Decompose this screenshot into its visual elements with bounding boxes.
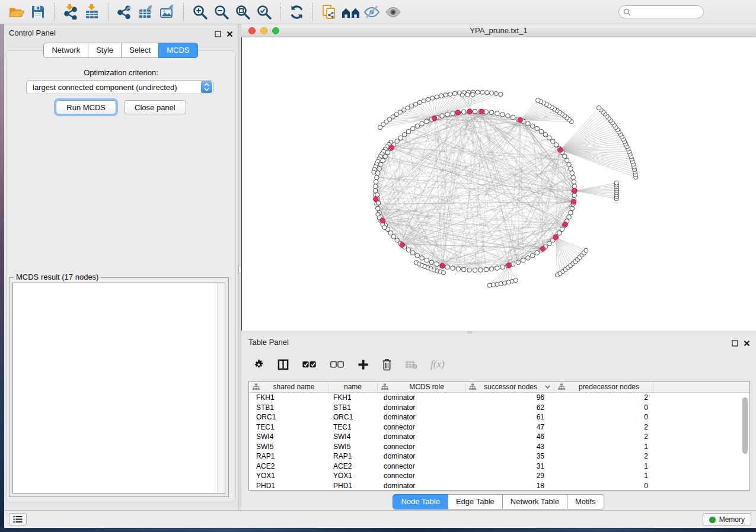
table-row[interactable]: ORC1 ORC1 dominator 61 0 — [249, 412, 749, 422]
network-node[interactable] — [425, 119, 429, 124]
deselect-all-checkboxes-icon[interactable] — [330, 361, 344, 368]
network-node[interactable] — [495, 111, 500, 116]
zoom-in-icon[interactable] — [189, 2, 210, 22]
dominator-node[interactable] — [540, 246, 546, 252]
satellite-node[interactable] — [460, 93, 464, 97]
network-node[interactable] — [415, 253, 420, 258]
dominator-node[interactable] — [518, 117, 523, 123]
network-node[interactable] — [489, 110, 494, 115]
network-node[interactable] — [563, 154, 567, 159]
network-node[interactable] — [440, 114, 445, 118]
zoom-fit-icon[interactable] — [232, 2, 253, 22]
open-file-icon[interactable] — [6, 2, 27, 22]
close-panel-icon[interactable] — [227, 29, 233, 40]
network-node[interactable] — [473, 268, 477, 273]
satellite-node[interactable] — [406, 106, 410, 110]
dominator-node[interactable] — [380, 218, 385, 223]
satellite-node[interactable] — [499, 92, 503, 97]
log-console-button[interactable] — [9, 513, 27, 525]
satellite-node[interactable] — [494, 91, 498, 95]
search-input[interactable] — [631, 8, 696, 16]
optimization-criterion-select[interactable]: largest connected component (undirected) — [26, 80, 213, 94]
float-panel-icon[interactable] — [732, 338, 738, 349]
table-row[interactable]: ACE2 ACE2 connector 31 1 — [249, 462, 749, 472]
network-node[interactable] — [526, 121, 531, 126]
network-node[interactable] — [395, 139, 400, 144]
add-column-icon[interactable] — [358, 359, 369, 370]
network-node[interactable] — [535, 251, 540, 255]
import-network-icon[interactable] — [60, 2, 81, 22]
dominator-node[interactable] — [558, 148, 563, 153]
column-header-successor-nodes[interactable]: successor nodes — [465, 382, 554, 392]
table-row[interactable]: TEC1 TEC1 connector 47 2 — [249, 422, 749, 432]
network-node[interactable] — [551, 139, 556, 144]
table-row[interactable]: FKH1 FKH1 dominator 96 2 — [249, 393, 749, 403]
network-node[interactable] — [451, 111, 455, 116]
export-network-icon[interactable] — [114, 2, 135, 22]
dominator-node[interactable] — [563, 222, 568, 227]
network-node[interactable] — [535, 126, 540, 131]
satellite-node[interactable] — [513, 278, 518, 283]
float-panel-icon[interactable] — [215, 29, 221, 40]
network-node[interactable] — [445, 265, 450, 270]
satellite-node[interactable] — [596, 105, 601, 110]
network-node[interactable] — [445, 112, 450, 117]
network-node[interactable] — [539, 129, 544, 134]
table-scrollbar-thumb[interactable] — [742, 398, 748, 454]
satellite-node[interactable] — [471, 92, 475, 97]
tab-style[interactable]: Style — [88, 43, 122, 58]
satellite-node[interactable] — [476, 90, 480, 94]
network-node[interactable] — [572, 180, 576, 184]
network-node[interactable] — [435, 262, 439, 267]
network-node[interactable] — [391, 235, 396, 239]
satellite-node[interactable] — [378, 125, 382, 129]
export-image-icon[interactable] — [157, 2, 178, 22]
splitter-grip[interactable] — [467, 331, 472, 334]
network-node[interactable] — [420, 256, 425, 261]
network-node[interactable] — [530, 253, 535, 258]
column-header-shared-name[interactable]: shared name — [249, 382, 328, 392]
network-node[interactable] — [473, 109, 477, 114]
table-row[interactable]: STB1 STB1 dominator 62 0 — [249, 403, 749, 413]
network-node[interactable] — [388, 230, 393, 235]
satellite-node[interactable] — [435, 95, 439, 99]
network-window-titlebar[interactable]: YPA_prune.txt_1 — [241, 24, 756, 37]
network-node[interactable] — [570, 171, 575, 175]
network-node[interactable] — [564, 158, 569, 163]
satellite-node[interactable] — [452, 91, 457, 95]
network-node[interactable] — [569, 166, 573, 171]
network-node[interactable] — [406, 248, 411, 252]
network-view[interactable] — [241, 37, 756, 331]
delete-column-icon[interactable] — [382, 358, 392, 371]
satellite-node[interactable] — [413, 102, 417, 106]
network-node[interactable] — [516, 260, 521, 265]
table-row[interactable]: PHD1 PHD1 dominator 18 0 — [249, 481, 749, 491]
network-node[interactable] — [456, 267, 461, 271]
network-node[interactable] — [375, 206, 380, 211]
satellite-node[interactable] — [489, 91, 493, 95]
mcds-list-scrollbar[interactable] — [217, 283, 225, 493]
table-row[interactable]: SWI4 SWI4 dominator 46 2 — [249, 432, 749, 442]
network-node[interactable] — [567, 214, 572, 219]
network-node[interactable] — [526, 256, 531, 261]
dominator-node[interactable] — [553, 235, 559, 240]
network-node[interactable] — [530, 124, 535, 129]
network-node[interactable] — [373, 184, 378, 189]
network-node[interactable] — [425, 258, 429, 262]
zoom-selected-icon[interactable] — [253, 2, 275, 22]
satellite-node[interactable] — [480, 90, 484, 94]
network-node[interactable] — [374, 180, 378, 184]
dominator-node[interactable] — [455, 110, 461, 116]
show-all-icon[interactable] — [382, 2, 404, 22]
network-node[interactable] — [398, 136, 403, 140]
select-all-checkboxes-icon[interactable] — [302, 361, 317, 368]
satellite-node[interactable] — [439, 94, 444, 98]
network-node[interactable] — [461, 110, 466, 114]
zoom-out-icon[interactable] — [210, 2, 232, 22]
satellite-node[interactable] — [422, 99, 426, 103]
satellite-node[interactable] — [465, 92, 470, 97]
satellite-node[interactable] — [382, 225, 387, 229]
import-table-icon[interactable] — [81, 2, 103, 22]
network-node[interactable] — [429, 260, 434, 265]
network-node[interactable] — [560, 227, 564, 232]
